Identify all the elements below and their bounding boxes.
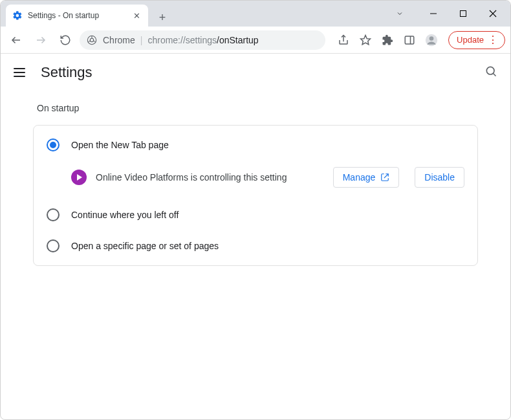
bookmark-star-icon[interactable]: [355, 30, 376, 50]
extensions-icon[interactable]: [377, 30, 398, 50]
svg-line-18: [494, 74, 496, 76]
svg-marker-12: [361, 35, 371, 44]
settings-header: Settings: [1, 54, 510, 91]
tab-active[interactable]: Settings - On startup ✕: [6, 5, 148, 27]
share-icon[interactable]: [333, 30, 354, 50]
extension-app-icon: [71, 170, 87, 185]
external-link-icon: [380, 173, 389, 182]
svg-line-19: [384, 174, 388, 178]
option-continue[interactable]: Continue where you left off: [34, 199, 477, 230]
address-bar[interactable]: Chrome | chrome://settings/onStartup: [80, 30, 325, 50]
svg-point-16: [429, 36, 434, 41]
minimize-button[interactable]: [419, 1, 448, 27]
back-button[interactable]: [6, 30, 27, 50]
radio-unselected[interactable]: [47, 208, 60, 221]
forward-button[interactable]: [30, 30, 51, 50]
option-new-tab[interactable]: Open the New Tab page: [34, 129, 477, 160]
omnibox-url: chrome://settings/onStartup: [147, 35, 319, 45]
radio-selected[interactable]: [47, 138, 60, 151]
svg-point-17: [486, 67, 494, 74]
profile-icon[interactable]: [421, 30, 442, 50]
extension-notice-row: Online Video Platforms is controlling th…: [34, 160, 477, 199]
separator: |: [140, 35, 143, 45]
update-button[interactable]: Update ⋮: [448, 31, 505, 49]
radio-unselected[interactable]: [47, 239, 60, 252]
omnibox-chrome-label: Chrome: [103, 35, 135, 45]
option-label: Open a specific page or set of pages: [71, 241, 219, 251]
svg-rect-13: [405, 36, 414, 44]
chrome-icon: [86, 34, 98, 46]
option-specific-pages[interactable]: Open a specific page or set of pages: [34, 230, 477, 261]
gear-icon: [12, 10, 23, 21]
disable-label: Disable: [424, 172, 455, 182]
toolbar: Chrome | chrome://settings/onStartup Upd…: [1, 27, 510, 54]
tab-title: Settings - On startup: [28, 11, 126, 20]
svg-point-7: [90, 38, 93, 41]
chevron-down-icon[interactable]: [385, 1, 415, 27]
tab-strip: Settings - On startup ✕ +: [6, 1, 385, 27]
menu-icon[interactable]: [14, 65, 29, 80]
window-controls: [385, 1, 510, 27]
option-label: Continue where you left off: [71, 210, 179, 220]
titlebar: Settings - On startup ✕ +: [1, 1, 510, 27]
update-label: Update: [457, 35, 484, 45]
svg-rect-1: [461, 11, 466, 17]
close-tab-icon[interactable]: ✕: [131, 11, 142, 21]
manage-button[interactable]: Manage: [333, 167, 400, 188]
extension-notice-text: Online Video Platforms is controlling th…: [96, 172, 324, 182]
toolbar-actions: [333, 30, 442, 50]
disable-button[interactable]: Disable: [415, 167, 464, 188]
option-label: Open the New Tab page: [71, 140, 169, 150]
main-content: On startup Open the New Tab page Online …: [1, 91, 510, 419]
page-title: Settings: [41, 64, 92, 81]
section-on-startup-label: On startup: [37, 103, 474, 113]
browser-window: Settings - On startup ✕ +: [0, 0, 511, 420]
side-panel-icon[interactable]: [399, 30, 420, 50]
new-tab-button[interactable]: +: [153, 8, 171, 27]
reload-button[interactable]: [55, 30, 76, 50]
on-startup-card: Open the New Tab page Online Video Platf…: [33, 125, 478, 266]
maximize-button[interactable]: [448, 1, 478, 27]
manage-label: Manage: [343, 172, 376, 182]
search-icon[interactable]: [484, 65, 497, 80]
close-window-button[interactable]: [478, 1, 508, 27]
